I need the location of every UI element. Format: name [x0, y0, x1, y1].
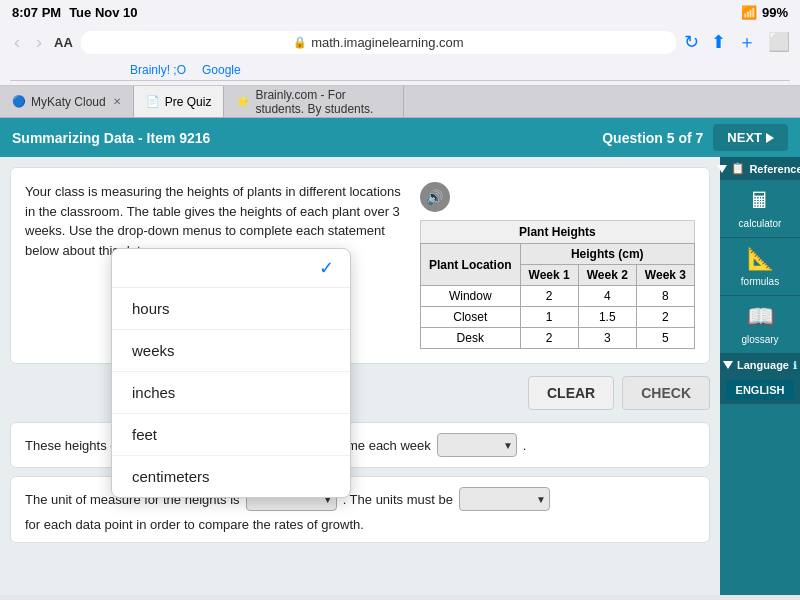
tab-close-katy[interactable]: ✕: [113, 96, 121, 107]
bookmarks-bar: Brainly! ;O Google: [10, 60, 790, 81]
next-arrow-icon: [766, 133, 774, 143]
dropdown-item-feet[interactable]: feet: [112, 414, 350, 456]
formulas-icon: 📐: [747, 246, 774, 272]
tabs-button[interactable]: ⬜: [768, 31, 790, 53]
col-location: Plant Location: [420, 244, 520, 286]
question-info: Question 5 of 7: [602, 130, 703, 146]
language-info-icon: ℹ: [793, 360, 797, 371]
text-size-button[interactable]: AA: [54, 35, 73, 50]
sidebar-formulas[interactable]: 📐 formulas: [720, 238, 800, 296]
clear-button[interactable]: CLEAR: [528, 376, 614, 410]
row-window-w3: 8: [636, 286, 694, 307]
table-row: Desk 2 3 5: [420, 328, 694, 349]
row2-text-after: . The units must be: [343, 492, 453, 507]
next-button[interactable]: NEXT: [713, 124, 788, 151]
col-week1: Week 1: [520, 265, 578, 286]
browser-chrome: ‹ › AA 🔒 math.imaginelearning.com ↻ ⬆ ＋ …: [0, 24, 800, 86]
row1-text-after: .: [523, 438, 527, 453]
row-closet-w1: 1: [520, 307, 578, 328]
row-window-w2: 4: [578, 286, 636, 307]
check-button[interactable]: CHECK: [622, 376, 710, 410]
language-header: Language ℹ: [720, 354, 800, 376]
status-bar: 8:07 PM Tue Nov 10 📶 99%: [0, 0, 800, 24]
dropdown-item-weeks[interactable]: weeks: [112, 330, 350, 372]
bookmark-google[interactable]: Google: [202, 63, 241, 77]
tab-label-brainly: Brainly.com - For students. By students.: [255, 88, 391, 116]
row-closet-w2: 1.5: [578, 307, 636, 328]
battery-status: 99%: [762, 5, 788, 20]
dropdown-checkmark: ✓: [112, 249, 350, 288]
row1-select2[interactable]: hours weeks: [437, 433, 517, 457]
plant-table-container: Plant Heights Plant Location Heights (cm…: [420, 220, 695, 349]
forward-button[interactable]: ›: [32, 32, 46, 53]
dropdown-item-centimeters[interactable]: centimeters: [112, 456, 350, 497]
tab-label-prequiz: Pre Quiz: [165, 95, 212, 109]
formulas-label: formulas: [741, 276, 779, 287]
row-desk-w2: 3: [578, 328, 636, 349]
table-row: Window 2 4 8: [420, 286, 694, 307]
reference-label: Reference: [749, 163, 800, 175]
main-content: Your class is measuring the heights of p…: [0, 157, 720, 595]
dropdown-overlay: ✓ hours weeks inches feet centimeters: [111, 248, 351, 498]
question-card: Your class is measuring the heights of p…: [10, 167, 710, 364]
sidebar-calculator[interactable]: 🖩 calculator: [720, 180, 800, 238]
language-label: Language: [737, 359, 789, 371]
right-sidebar: 📋 Reference 🖩 calculator 📐 formulas 📖 gl…: [720, 157, 800, 595]
new-tab-button[interactable]: ＋: [738, 30, 756, 54]
tab-icon-prequiz: 📄: [146, 95, 160, 108]
glossary-label: glossary: [741, 334, 778, 345]
app-title: Summarizing Data - Item 9216: [12, 130, 210, 146]
address-bar[interactable]: 🔒 math.imaginelearning.com: [81, 31, 676, 54]
row-desk-w1: 2: [520, 328, 578, 349]
url-text: math.imaginelearning.com: [311, 35, 463, 50]
back-button[interactable]: ‹: [10, 32, 24, 53]
dropdown-item-inches[interactable]: inches: [112, 372, 350, 414]
col-week2: Week 2: [578, 265, 636, 286]
table-row: Closet 1 1.5 2: [420, 307, 694, 328]
row-desk-w3: 5: [636, 328, 694, 349]
tab-prequiz[interactable]: 📄 Pre Quiz: [134, 86, 225, 117]
row-desk-loc: Desk: [420, 328, 520, 349]
dropdown-item-hours[interactable]: hours: [112, 288, 350, 330]
language-expand-icon: [723, 361, 733, 369]
bookmark-brainly[interactable]: Brainly! ;O: [130, 63, 186, 77]
row2-select2-wrapper[interactable]: hours weeks inches feet centimeters ▼: [459, 487, 550, 511]
content-area: Your class is measuring the heights of p…: [0, 157, 800, 595]
tab-label-katy: MyKaty Cloud: [31, 95, 106, 109]
col-week3: Week 3: [636, 265, 694, 286]
row-closet-loc: Closet: [420, 307, 520, 328]
status-time: 8:07 PM: [12, 5, 61, 20]
app-header: Summarizing Data - Item 9216 Question 5 …: [0, 118, 800, 157]
row2-text-end: for each data point in order to compare …: [25, 517, 364, 532]
share-button[interactable]: ⬆: [711, 31, 726, 53]
tabs-bar: 🔵 MyKaty Cloud ✕ 📄 Pre Quiz ⭐ Brainly.co…: [0, 86, 800, 118]
table-title: Plant Heights: [420, 220, 695, 243]
tab-icon-brainly: ⭐: [236, 95, 250, 108]
row-window-w1: 2: [520, 286, 578, 307]
calculator-icon: 🖩: [749, 188, 771, 214]
reference-icon: 📋: [731, 162, 745, 175]
sound-button[interactable]: 🔊: [420, 182, 450, 212]
sidebar-reference-header: 📋 Reference: [720, 157, 800, 180]
row-window-loc: Window: [420, 286, 520, 307]
language-section: Language ℹ ENGLISH: [720, 354, 800, 404]
tab-brainly[interactable]: ⭐ Brainly.com - For students. By student…: [224, 86, 404, 117]
next-label: NEXT: [727, 130, 762, 145]
glossary-icon: 📖: [747, 304, 774, 330]
tab-katy-cloud[interactable]: 🔵 MyKaty Cloud ✕: [0, 86, 134, 117]
reload-button[interactable]: ↻: [684, 31, 699, 53]
status-day: Tue Nov 10: [69, 5, 137, 20]
plant-table: Plant Heights Plant Location Heights (cm…: [420, 220, 695, 349]
row2-select2[interactable]: hours weeks inches feet centimeters: [459, 487, 550, 511]
wifi-icon: 📶: [741, 5, 757, 20]
tab-icon-katy: 🔵: [12, 95, 26, 108]
row-closet-w3: 2: [636, 307, 694, 328]
lock-icon: 🔒: [293, 36, 307, 49]
calculator-label: calculator: [739, 218, 782, 229]
col-heights: Heights (cm): [520, 244, 694, 265]
sidebar-glossary[interactable]: 📖 glossary: [720, 296, 800, 354]
english-badge[interactable]: ENGLISH: [726, 380, 795, 400]
row1-select2-wrapper[interactable]: hours weeks ▼: [437, 433, 517, 457]
